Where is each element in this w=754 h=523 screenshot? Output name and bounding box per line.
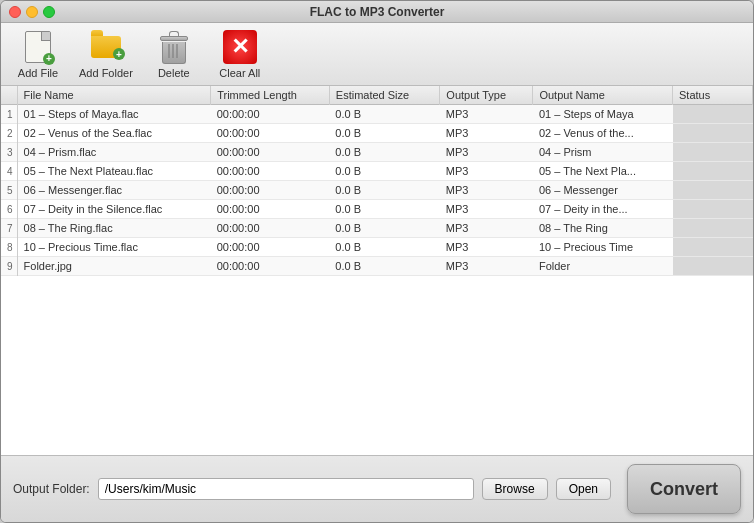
cell-type: MP3 bbox=[440, 219, 533, 238]
col-size: Estimated Size bbox=[329, 86, 440, 105]
cell-status bbox=[673, 238, 753, 257]
row-num: 5 bbox=[1, 181, 17, 200]
clear-all-button[interactable]: ✕ Clear All bbox=[215, 29, 265, 79]
cell-filename: Folder.jpg bbox=[17, 257, 211, 276]
cell-output: 08 – The Ring bbox=[533, 219, 673, 238]
cell-trimmed: 00:00:00 bbox=[211, 257, 330, 276]
row-num: 9 bbox=[1, 257, 17, 276]
cell-filename: 07 – Deity in the Silence.flac bbox=[17, 200, 211, 219]
cell-status bbox=[673, 181, 753, 200]
cell-output: 05 – The Next Pla... bbox=[533, 162, 673, 181]
cell-output: Folder bbox=[533, 257, 673, 276]
browse-button[interactable]: Browse bbox=[482, 478, 548, 500]
cell-status bbox=[673, 143, 753, 162]
cell-size: 0.0 B bbox=[329, 105, 440, 124]
delete-label: Delete bbox=[158, 67, 190, 79]
row-num: 2 bbox=[1, 124, 17, 143]
table-row[interactable]: 8 10 – Precious Time.flac 00:00:00 0.0 B… bbox=[1, 238, 753, 257]
cell-trimmed: 00:00:00 bbox=[211, 105, 330, 124]
cell-trimmed: 00:00:00 bbox=[211, 219, 330, 238]
cell-size: 0.0 B bbox=[329, 257, 440, 276]
cell-size: 0.0 B bbox=[329, 124, 440, 143]
add-folder-button[interactable]: + Add Folder bbox=[79, 29, 133, 79]
cell-trimmed: 00:00:00 bbox=[211, 124, 330, 143]
table-row[interactable]: 6 07 – Deity in the Silence.flac 00:00:0… bbox=[1, 200, 753, 219]
close-button[interactable] bbox=[9, 6, 21, 18]
cell-output: 01 – Steps of Maya bbox=[533, 105, 673, 124]
cell-output: 10 – Precious Time bbox=[533, 238, 673, 257]
cell-output: 06 – Messenger bbox=[533, 181, 673, 200]
table-row[interactable]: 4 05 – The Next Plateau.flac 00:00:00 0.… bbox=[1, 162, 753, 181]
add-file-icon: + bbox=[20, 29, 56, 65]
cell-output: 02 – Venus of the... bbox=[533, 124, 673, 143]
table-row[interactable]: 5 06 – Messenger.flac 00:00:00 0.0 B MP3… bbox=[1, 181, 753, 200]
clear-all-label: Clear All bbox=[219, 67, 260, 79]
cell-status bbox=[673, 219, 753, 238]
cell-status bbox=[673, 257, 753, 276]
cell-trimmed: 00:00:00 bbox=[211, 143, 330, 162]
row-num: 3 bbox=[1, 143, 17, 162]
cell-type: MP3 bbox=[440, 143, 533, 162]
cell-filename: 01 – Steps of Maya.flac bbox=[17, 105, 211, 124]
table-row[interactable]: 7 08 – The Ring.flac 00:00:00 0.0 B MP3 … bbox=[1, 219, 753, 238]
cell-size: 0.0 B bbox=[329, 162, 440, 181]
col-type: Output Type bbox=[440, 86, 533, 105]
bottom-bar: Output Folder: Browse Open Convert bbox=[1, 455, 753, 522]
col-trimmed: Trimmed Length bbox=[211, 86, 330, 105]
cell-trimmed: 00:00:00 bbox=[211, 200, 330, 219]
add-file-label: Add File bbox=[18, 67, 58, 79]
open-button[interactable]: Open bbox=[556, 478, 611, 500]
convert-button[interactable]: Convert bbox=[627, 464, 741, 514]
window-title: FLAC to MP3 Converter bbox=[310, 5, 445, 19]
cell-type: MP3 bbox=[440, 181, 533, 200]
cell-filename: 04 – Prism.flac bbox=[17, 143, 211, 162]
cell-size: 0.0 B bbox=[329, 143, 440, 162]
cell-filename: 08 – The Ring.flac bbox=[17, 219, 211, 238]
file-table: File Name Trimmed Length Estimated Size … bbox=[1, 86, 753, 276]
table-row[interactable]: 1 01 – Steps of Maya.flac 00:00:00 0.0 B… bbox=[1, 105, 753, 124]
cell-trimmed: 00:00:00 bbox=[211, 162, 330, 181]
maximize-button[interactable] bbox=[43, 6, 55, 18]
add-file-button[interactable]: + Add File bbox=[13, 29, 63, 79]
col-num bbox=[1, 86, 17, 105]
col-filename: File Name bbox=[17, 86, 211, 105]
cell-size: 0.0 B bbox=[329, 219, 440, 238]
delete-button[interactable]: Delete bbox=[149, 29, 199, 79]
cell-filename: 02 – Venus of the Sea.flac bbox=[17, 124, 211, 143]
row-num: 4 bbox=[1, 162, 17, 181]
cell-type: MP3 bbox=[440, 200, 533, 219]
cell-output: 04 – Prism bbox=[533, 143, 673, 162]
row-num: 1 bbox=[1, 105, 17, 124]
cell-type: MP3 bbox=[440, 162, 533, 181]
cell-type: MP3 bbox=[440, 124, 533, 143]
output-folder-label: Output Folder: bbox=[13, 482, 90, 496]
cell-type: MP3 bbox=[440, 238, 533, 257]
main-window: FLAC to MP3 Converter + Add File + Add F… bbox=[0, 0, 754, 523]
cell-status bbox=[673, 162, 753, 181]
cell-trimmed: 00:00:00 bbox=[211, 238, 330, 257]
minimize-button[interactable] bbox=[26, 6, 38, 18]
cell-type: MP3 bbox=[440, 257, 533, 276]
cell-trimmed: 00:00:00 bbox=[211, 181, 330, 200]
table-row[interactable]: 9 Folder.jpg 00:00:00 0.0 B MP3 Folder bbox=[1, 257, 753, 276]
toolbar: + Add File + Add Folder bbox=[1, 23, 753, 86]
table-header-row: File Name Trimmed Length Estimated Size … bbox=[1, 86, 753, 105]
row-num: 7 bbox=[1, 219, 17, 238]
cell-status bbox=[673, 200, 753, 219]
cell-filename: 05 – The Next Plateau.flac bbox=[17, 162, 211, 181]
cell-size: 0.0 B bbox=[329, 238, 440, 257]
table-body: 1 01 – Steps of Maya.flac 00:00:00 0.0 B… bbox=[1, 105, 753, 276]
table-row[interactable]: 2 02 – Venus of the Sea.flac 00:00:00 0.… bbox=[1, 124, 753, 143]
row-num: 8 bbox=[1, 238, 17, 257]
col-output: Output Name bbox=[533, 86, 673, 105]
file-table-container: File Name Trimmed Length Estimated Size … bbox=[1, 86, 753, 455]
cell-output: 07 – Deity in the... bbox=[533, 200, 673, 219]
cell-filename: 06 – Messenger.flac bbox=[17, 181, 211, 200]
cell-size: 0.0 B bbox=[329, 200, 440, 219]
table-row[interactable]: 3 04 – Prism.flac 00:00:00 0.0 B MP3 04 … bbox=[1, 143, 753, 162]
cell-status bbox=[673, 105, 753, 124]
output-path-input[interactable] bbox=[98, 478, 474, 500]
cell-size: 0.0 B bbox=[329, 181, 440, 200]
cell-status bbox=[673, 124, 753, 143]
traffic-lights bbox=[9, 6, 55, 18]
